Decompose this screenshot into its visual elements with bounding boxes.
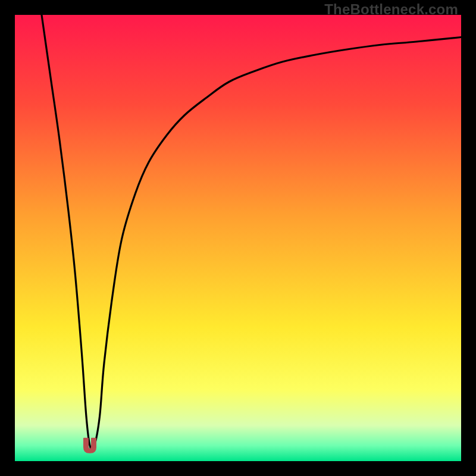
chart-background <box>15 15 461 461</box>
chart-frame <box>15 15 461 461</box>
bottleneck-chart <box>15 15 461 461</box>
